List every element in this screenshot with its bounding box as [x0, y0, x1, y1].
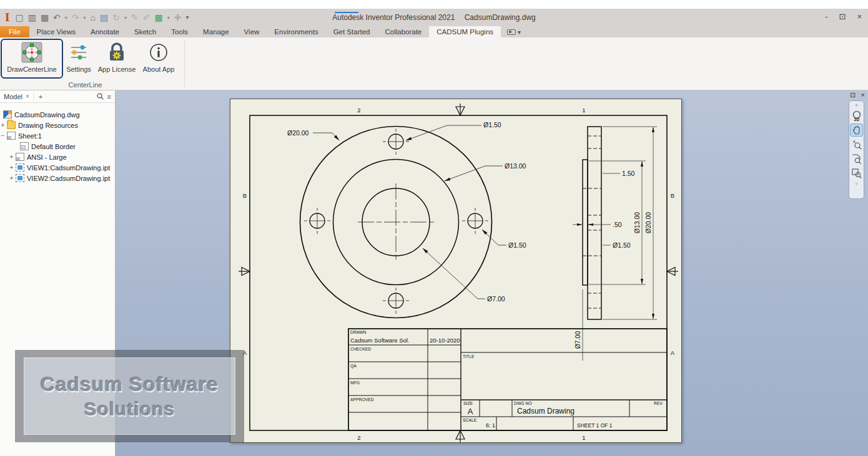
dim-hole-dia-top: Ø1.50: [483, 121, 501, 129]
browser-header: Model × + ≡: [0, 90, 115, 103]
tb-mfg-label: MFG: [350, 381, 360, 385]
folder-icon: [7, 121, 16, 129]
tree-item-document[interactable]: CadsumDrawing.dwg: [0, 109, 115, 120]
app-license-button[interactable]: App License: [95, 40, 139, 77]
dim-bore-dia: Ø7.00: [487, 295, 505, 303]
minimize-button[interactable]: -: [825, 12, 827, 21]
ribbon-toggle-icon: [507, 29, 516, 35]
navigation-bar: × 2D ±: [849, 100, 864, 199]
restore-button[interactable]: ⊡: [839, 12, 846, 21]
tree-item-label: Sheet:1: [18, 132, 42, 140]
tb-dwgno-value: Cadsum Drawing: [517, 407, 575, 415]
expand-icon[interactable]: +: [0, 122, 6, 129]
tab-environments[interactable]: Environments: [267, 26, 325, 37]
draw-centerline-label: DrawCenterLine: [2, 65, 62, 73]
title-block-icon: [16, 153, 24, 161]
steering-wheel-2d-icon[interactable]: 2D: [850, 109, 863, 122]
app-license-icon: [95, 40, 139, 65]
tab-place-views[interactable]: Place Views: [29, 26, 83, 37]
about-app-label: About App: [139, 65, 179, 73]
window-title: Autodesk Inventor Professional 2021 Cads…: [0, 13, 868, 22]
sheet-icon: [7, 132, 16, 140]
doc-close-icon[interactable]: ×: [861, 91, 865, 99]
search-icon[interactable]: [97, 93, 104, 100]
expand-icon[interactable]: +: [9, 175, 14, 182]
svg-text:2D: 2D: [854, 117, 859, 121]
navbar-more-icon[interactable]: ▿: [856, 181, 858, 187]
tree-item-view2[interactable]: + VIEW2:CadsumDrawing.ipt: [0, 173, 115, 183]
dim-hole-dia-side: Ø1.50: [613, 241, 631, 249]
settings-icon: [62, 40, 95, 65]
tb-checked-label: CHECKED: [350, 347, 371, 351]
about-app-icon: [139, 40, 179, 65]
tb-drawn-by: Cadsum Software Sol.: [350, 337, 410, 344]
tab-tools[interactable]: Tools: [164, 26, 195, 37]
border-icon: [20, 142, 29, 150]
app-license-label: App License: [95, 65, 139, 73]
tab-collaborate[interactable]: Collaborate: [377, 26, 429, 37]
tab-view[interactable]: View: [237, 26, 267, 37]
tree-item-label: VIEW1:CadsumDrawing.ipt: [27, 164, 110, 172]
tb-drawn-label: DRAWN: [350, 330, 367, 334]
tree-item-sheet1[interactable]: − Sheet:1: [0, 130, 115, 141]
navbar-close-icon[interactable]: ×: [855, 102, 857, 108]
pan-icon[interactable]: [850, 124, 863, 137]
tb-title-label: TITLE: [463, 354, 475, 359]
watermark-line1: Cadsum Software: [41, 373, 219, 396]
tb-scale-label: SCALE: [463, 418, 477, 422]
tab-manage[interactable]: Manage: [195, 26, 237, 37]
zone-label: 2: [357, 434, 360, 441]
zone-label: 1: [582, 434, 585, 441]
tree-item-view1[interactable]: + VIEW1:CadsumDrawing.ipt: [0, 162, 115, 173]
ribbon-toggle-arrow: ▾: [518, 29, 521, 36]
tree-item-default-border[interactable]: Default Border: [0, 141, 115, 152]
svg-text:±: ±: [853, 139, 856, 143]
watermark-line2: Solutions: [84, 399, 175, 420]
dim-bolt-dia-side: Ø13.00: [633, 212, 641, 234]
doc-restore-icon[interactable]: ⊡: [850, 91, 856, 99]
tab-annotate[interactable]: Annotate: [83, 26, 127, 37]
browser-tab-model[interactable]: Model ×: [0, 92, 34, 102]
tree-item-ansi-large[interactable]: + ANSI - Large: [0, 152, 115, 162]
tab-sketch[interactable]: Sketch: [127, 26, 164, 37]
panel-separator: [184, 40, 185, 87]
ribbon-display-toggle[interactable]: ▾: [501, 26, 527, 37]
tab-get-started[interactable]: Get Started: [326, 26, 378, 37]
expand-icon[interactable]: +: [9, 153, 14, 160]
dim-bore-dia-side: Ø7.00: [574, 331, 581, 349]
zoom-window-icon[interactable]: [850, 152, 863, 165]
expand-icon[interactable]: +: [9, 164, 14, 171]
tree-item-label: Default Border: [31, 143, 76, 150]
zone-label: 2: [357, 107, 360, 114]
dim-outer-dia-side: Ø20.00: [644, 212, 652, 234]
dim-hole-dia-right: Ø1.50: [508, 241, 526, 249]
tb-rev-label: REV: [654, 401, 663, 405]
settings-label: Settings: [62, 65, 95, 73]
collapse-icon[interactable]: −: [0, 132, 6, 139]
draw-centerline-button[interactable]: DrawCenterLine: [2, 40, 62, 77]
browser-new-tab-button[interactable]: +: [34, 93, 47, 100]
title-bar: I ▢ ▥ ▦ ↶ ▾ ↷ ▾ ⌂ ▤ ↻ ▾ ✎ ✐ ▩ ▾ ✚ ▾ Auto…: [0, 9, 868, 26]
zone-label: B: [671, 192, 674, 199]
zoom-selected-icon[interactable]: [850, 167, 863, 180]
tree-item-drawing-resources[interactable]: + Drawing Resources: [0, 120, 115, 130]
top-strip: [0, 0, 868, 9]
tb-size-label: SIZE: [463, 401, 473, 405]
browser-menu-icon[interactable]: ≡: [107, 93, 111, 100]
zone-label: A: [671, 349, 675, 356]
settings-button[interactable]: Settings: [62, 40, 95, 77]
tb-qa-label: QA: [350, 364, 357, 369]
drawing-sheet[interactable]: 2 1 2 1 B A B A: [230, 99, 682, 443]
about-app-button[interactable]: About App: [139, 40, 179, 77]
browser-tree: CadsumDrawing.dwg + Drawing Resources − …: [0, 105, 115, 183]
close-button[interactable]: ×: [857, 12, 862, 21]
tb-drawn-date: 20-10-2020: [430, 337, 460, 344]
view-icon: [16, 174, 24, 182]
zoom-icon[interactable]: ±: [850, 138, 863, 151]
document-name: CadsumDrawing.dwg: [461, 13, 540, 22]
tab-cadsum-plugins[interactable]: CADSUM Plugins: [429, 26, 501, 37]
tab-file[interactable]: File: [0, 26, 29, 37]
zone-label: B: [243, 192, 247, 199]
browser-tab-close-icon[interactable]: ×: [26, 93, 29, 100]
centerlines: [304, 129, 488, 314]
